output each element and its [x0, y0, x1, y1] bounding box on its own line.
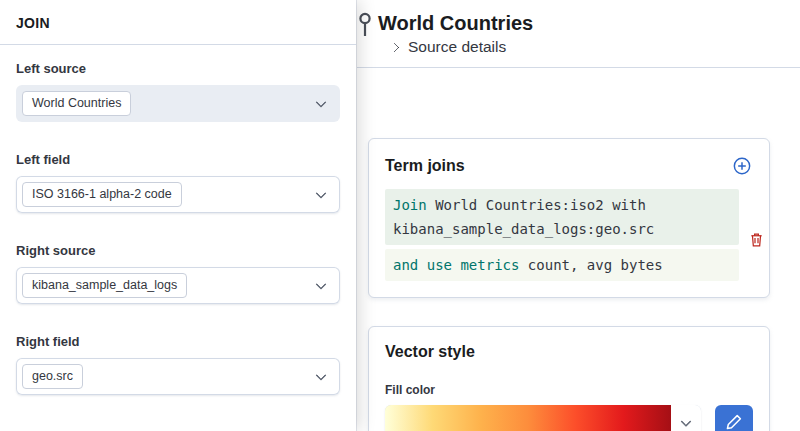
join-flyout-body: Left source World Countries Left field I…	[0, 45, 356, 431]
right-source-value: kibana_sample_data_logs	[22, 273, 187, 297]
right-source-select[interactable]: kibana_sample_data_logs	[16, 267, 340, 304]
chevron-right-icon	[390, 43, 400, 53]
layer-settings-panel: World Countries Source details Term join…	[356, 0, 800, 431]
layer-panel-body: Term joins Join World Countries:iso2 wit…	[356, 68, 800, 431]
join-expression[interactable]: Join World Countries:iso2 with kibana_sa…	[385, 189, 739, 281]
term-joins-card: Term joins Join World Countries:iso2 wit…	[368, 138, 770, 298]
map-pin-icon	[357, 11, 373, 38]
chevron-down-icon	[315, 369, 326, 380]
plus-in-circle-icon	[733, 163, 751, 178]
right-source-group: Right source kibana_sample_data_logs	[16, 243, 340, 304]
chevron-down-icon	[315, 278, 326, 289]
chevron-down-icon	[315, 187, 326, 198]
fill-color-gradient	[385, 405, 671, 431]
source-details-toggle[interactable]: Source details	[391, 38, 506, 56]
vector-style-title: Vector style	[385, 343, 753, 361]
left-field-label: Left field	[16, 152, 340, 167]
layer-header: World Countries Source details	[356, 0, 800, 68]
join-text: World Countries:iso2 with kibana_sample_…	[393, 197, 654, 237]
left-source-label: Left source	[16, 61, 340, 76]
term-joins-header: Term joins	[385, 155, 753, 177]
left-source-group: Left source World Countries	[16, 61, 340, 122]
fill-color-label: Fill color	[385, 383, 753, 397]
right-field-group: Right field geo.src	[16, 334, 340, 395]
trash-icon	[749, 236, 764, 251]
metrics-text: count, avg bytes	[519, 257, 662, 273]
left-field-select[interactable]: ISO 3166-1 alpha-2 code	[16, 176, 340, 213]
left-source-value: World Countries	[22, 91, 131, 115]
join-flyout: JOIN Left source World Countries Left fi…	[0, 0, 356, 431]
pencil-icon	[726, 414, 742, 431]
fill-color-row	[385, 405, 753, 431]
right-field-value: geo.src	[22, 364, 83, 388]
right-field-select[interactable]: geo.src	[16, 358, 340, 395]
delete-join-button[interactable]	[747, 229, 766, 250]
right-field-label: Right field	[16, 334, 340, 349]
chevron-down-icon	[680, 416, 691, 427]
add-join-button[interactable]	[731, 155, 753, 177]
metrics-keyword: and use metrics	[393, 257, 519, 273]
join-flyout-title: JOIN	[16, 15, 340, 31]
left-field-value: ISO 3166-1 alpha-2 code	[22, 182, 182, 206]
vector-style-card: Vector style Fill color	[368, 326, 770, 431]
join-expression-line[interactable]: Join World Countries:iso2 with kibana_sa…	[385, 189, 739, 245]
metrics-expression-line[interactable]: and use metrics count, avg bytes	[385, 249, 739, 281]
join-keyword: Join	[393, 197, 427, 213]
chevron-box	[671, 405, 701, 431]
fill-color-select[interactable]	[385, 405, 701, 431]
right-source-label: Right source	[16, 243, 340, 258]
chevron-down-icon	[315, 96, 326, 107]
source-details-label: Source details	[408, 38, 506, 56]
layer-title: World Countries	[378, 10, 784, 36]
term-joins-title: Term joins	[385, 157, 465, 175]
left-source-select[interactable]: World Countries	[16, 85, 340, 122]
edit-fill-color-button[interactable]	[715, 405, 753, 431]
left-field-group: Left field ISO 3166-1 alpha-2 code	[16, 152, 340, 213]
join-flyout-header: JOIN	[0, 0, 356, 45]
